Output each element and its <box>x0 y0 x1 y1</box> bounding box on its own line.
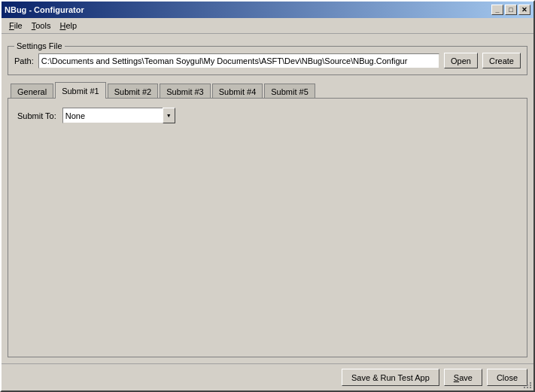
minimize-button[interactable]: _ <box>491 5 503 15</box>
close-button-footer[interactable]: Close <box>487 369 527 386</box>
tab-submit3[interactable]: Submit #3 <box>160 84 211 99</box>
tab-submit2-label: Submit #2 <box>114 87 152 96</box>
tab-submit4-label: Submit #4 <box>219 87 257 96</box>
resize-grip <box>524 382 531 388</box>
submit-to-row: Submit To: None Email FTP HTTP Jira Redm… <box>17 108 518 123</box>
menu-tools[interactable]: Tools <box>27 20 56 32</box>
tab-submit2[interactable]: Submit #2 <box>108 84 159 99</box>
tab-submit4[interactable]: Submit #4 <box>212 84 263 99</box>
submit-to-select-wrapper: None Email FTP HTTP Jira Redmine <box>62 108 175 123</box>
tabs-container: General Submit #1 Submit #2 Submit #3 Su… <box>8 81 527 357</box>
menu-bar: File Tools Help <box>2 18 533 34</box>
title-bar: NBug - Configurator _ □ ✕ <box>2 2 533 18</box>
tab-submit1-label: Submit #1 <box>62 87 99 96</box>
tab-submit5-label: Submit #5 <box>271 87 309 96</box>
open-button[interactable]: Open <box>444 53 478 68</box>
settings-file-group: Settings File Path: Open Create <box>8 46 527 75</box>
create-button[interactable]: Create <box>482 53 521 68</box>
maximize-button[interactable]: □ <box>505 5 517 15</box>
save-run-button[interactable]: Save & Run Test App <box>342 369 439 386</box>
save-button[interactable]: Save <box>444 369 482 386</box>
tab-content-submit1: Submit To: None Email FTP HTTP Jira Redm… <box>8 98 527 357</box>
menu-help-label: Help <box>59 21 77 30</box>
path-input[interactable] <box>38 53 439 68</box>
tab-submit1[interactable]: Submit #1 <box>55 82 106 99</box>
bottom-bar: Save & Run Test App Save Close <box>2 363 533 390</box>
path-label: Path: <box>14 56 34 65</box>
tab-submit5[interactable]: Submit #5 <box>264 84 315 99</box>
submit-to-label: Submit To: <box>17 111 56 120</box>
close-button[interactable]: ✕ <box>518 5 530 15</box>
settings-file-label: Settings File <box>14 41 65 50</box>
menu-tools-label: Tools <box>32 21 51 30</box>
tab-general-label: General <box>17 87 47 96</box>
tab-submit3-label: Submit #3 <box>166 87 204 96</box>
menu-file[interactable]: File <box>5 20 27 32</box>
window-title: NBug - Configurator <box>5 5 84 14</box>
title-bar-buttons: _ □ ✕ <box>491 5 530 15</box>
tab-general[interactable]: General <box>11 84 53 99</box>
path-row: Path: Open Create <box>14 53 521 68</box>
tab-bar: General Submit #1 Submit #2 Submit #3 Su… <box>8 81 527 98</box>
menu-help[interactable]: Help <box>55 20 81 32</box>
menu-file-label: File <box>9 21 23 30</box>
main-content: Settings File Path: Open Create General … <box>2 34 533 363</box>
submit-to-select[interactable]: None Email FTP HTTP Jira Redmine <box>62 108 175 123</box>
main-window: NBug - Configurator _ □ ✕ File Tools Hel… <box>0 0 535 392</box>
bottom-bar-wrapper: Save & Run Test App Save Close <box>2 363 533 390</box>
save-button-label: Save <box>454 373 473 382</box>
